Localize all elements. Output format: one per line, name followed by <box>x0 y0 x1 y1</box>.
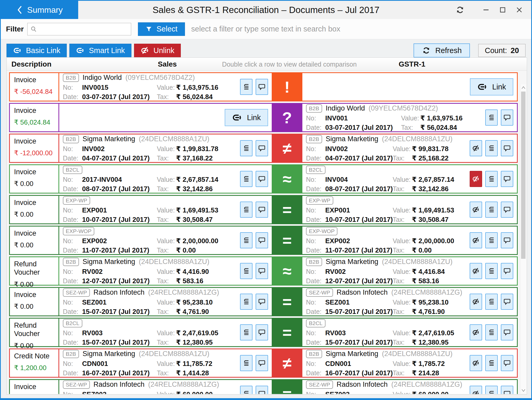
party-name: Sigma Marketing <box>83 135 135 143</box>
unlink-icon-button[interactable] <box>470 263 482 279</box>
gstr1-cell-actions <box>470 171 513 187</box>
minimize-button[interactable] <box>478 1 494 19</box>
details-icon-button[interactable] <box>240 355 252 371</box>
refresh-button[interactable]: Refresh <box>414 43 470 57</box>
gstr1-cell-actions <box>470 232 513 248</box>
comment-icon <box>258 390 266 394</box>
comment-icon-button[interactable] <box>256 171 268 187</box>
rows: Invoice ₹ -56,024.84 B2BIndigo World (09… <box>7 72 527 394</box>
comment-icon-button[interactable] <box>501 202 513 218</box>
comment-icon-button[interactable] <box>501 263 513 279</box>
comment-icon-button[interactable] <box>256 355 268 371</box>
document-row[interactable]: Invoice ₹ -12,000.00 B2BSigma Marketing … <box>9 134 518 163</box>
details-icon-button[interactable] <box>240 202 252 218</box>
doc-tax: Tax:₹ 32,142.86 <box>157 185 237 193</box>
unlink-icon-button[interactable] <box>470 140 482 156</box>
comment-icon-button[interactable] <box>501 232 513 248</box>
doc-amount: ₹ 56,024.84 <box>14 118 54 126</box>
details-icon-button[interactable] <box>485 140 498 156</box>
comment-icon-button[interactable] <box>501 355 513 371</box>
comment-icon-button[interactable] <box>256 324 268 340</box>
details-icon-button[interactable] <box>240 140 252 156</box>
scroll-up-button[interactable] <box>520 84 526 91</box>
doc-no: No:SEZ002 <box>63 390 157 394</box>
unlink-icon-button[interactable] <box>470 232 482 248</box>
details-icon-button[interactable] <box>485 109 498 126</box>
basic-link-button[interactable]: Basic Link <box>6 44 67 57</box>
description-cell: Invoice ₹ 56,024.84 <box>10 104 59 131</box>
document-row[interactable]: Refund Voucher ₹ 0.00 B2CL No:RV003 Valu… <box>9 318 518 347</box>
document-row[interactable]: Invoice ₹ 0.00 EXP-WP No:EXP001 Value:₹ … <box>9 195 518 224</box>
comment-icon-button[interactable] <box>501 109 513 126</box>
document-row[interactable]: Invoice ₹ 0.00 SEZ-WPRadson Infotech (24… <box>9 379 518 394</box>
doc-no: No:RV003 <box>63 329 157 337</box>
details-icon-button[interactable] <box>485 294 498 310</box>
party-name: Indigo World <box>83 74 122 82</box>
link-button[interactable]: Link <box>470 78 513 95</box>
comment-icon-button[interactable] <box>256 294 268 310</box>
details-icon-button[interactable] <box>240 263 252 279</box>
close-button[interactable] <box>511 1 528 19</box>
gstr1-cell-actions <box>470 386 513 394</box>
details-icon-button[interactable] <box>240 324 252 340</box>
back-to-summary-button[interactable]: Summary <box>1 1 78 19</box>
details-icon-button[interactable] <box>485 355 498 371</box>
details-icon-button[interactable] <box>485 171 498 187</box>
document-row[interactable]: Invoice ₹ 0.00 B2CL No:2017-INV004 Value… <box>9 164 518 193</box>
details-icon-button[interactable] <box>240 294 252 310</box>
link-button[interactable]: Link <box>225 109 268 126</box>
doc-category-badge: B2B <box>63 258 79 266</box>
sales-cell-info: B2BSigma Marketing (24DELCM8888A1ZU) No:… <box>63 134 237 162</box>
unlink-icon-button[interactable] <box>470 294 482 310</box>
details-icon-button[interactable] <box>240 79 252 95</box>
details-icon-button[interactable] <box>240 232 252 248</box>
maximize-button[interactable] <box>494 1 511 19</box>
details-icon-button[interactable] <box>485 232 498 248</box>
scroll-down-button[interactable] <box>520 387 526 394</box>
document-row[interactable]: Invoice ₹ 0.00 EXP-WOP No:EXP002 Value:₹… <box>9 226 518 255</box>
unlink-icon-button[interactable] <box>470 202 482 218</box>
sales-cell-info: B2BSigma Marketing (24DELCM8888A1ZU) No:… <box>63 257 237 285</box>
comment-icon-button[interactable] <box>501 140 513 156</box>
comment-icon-button[interactable] <box>256 263 268 279</box>
document-row[interactable]: Refund Voucher ₹ 0.00 B2BSigma Marketing… <box>9 256 518 286</box>
sync-icon[interactable] <box>452 1 468 19</box>
details-icon-button[interactable] <box>485 202 498 218</box>
comment-icon-button[interactable] <box>256 232 268 248</box>
details-icon-button[interactable] <box>485 263 498 279</box>
party-gstin: (24DELCM8888A1ZU) <box>139 135 209 143</box>
match-status-icon: ≈ <box>272 257 302 285</box>
comment-icon-button[interactable] <box>256 386 268 394</box>
unlink-button[interactable]: Unlink <box>134 44 181 57</box>
comment-icon-button[interactable] <box>501 171 513 187</box>
details-icon <box>488 267 495 275</box>
comment-icon-button[interactable] <box>501 386 513 394</box>
vertical-scrollbar[interactable] <box>520 84 526 394</box>
filter-select-button[interactable]: Select <box>138 22 185 36</box>
unlink-icon-button-active[interactable] <box>470 171 482 187</box>
filter-search-input[interactable] <box>39 25 128 33</box>
smart-link-button[interactable]: Smart Link <box>69 44 131 57</box>
comment-icon <box>258 359 266 367</box>
document-row[interactable]: Credit Note ₹ 1,200.00 B2BSigma Marketin… <box>9 349 518 378</box>
doc-date: Date:03-07-2017 (Jul 2017) <box>63 93 157 101</box>
comment-icon-button[interactable] <box>256 79 268 95</box>
scrollbar-thumb[interactable] <box>521 92 526 259</box>
sales-cell: B2BSigma Marketing (24DELCM8888A1ZU) No:… <box>59 349 272 377</box>
details-icon-button[interactable] <box>485 324 498 340</box>
filter-search-box[interactable] <box>27 23 131 35</box>
details-icon-button[interactable] <box>240 171 252 187</box>
unlink-icon-button[interactable] <box>470 386 482 394</box>
details-icon-button[interactable] <box>485 386 498 394</box>
comment-icon-button[interactable] <box>501 294 513 310</box>
comment-icon-button[interactable] <box>501 324 513 340</box>
unlink-icon-button[interactable] <box>470 355 482 371</box>
document-row[interactable]: Invoice ₹ -56,024.84 B2BIndigo World (09… <box>9 72 518 101</box>
comment-icon-button[interactable] <box>256 202 268 218</box>
comment-icon-button[interactable] <box>256 140 268 156</box>
document-row[interactable]: Invoice ₹ 0.00 SEZ-WPRadson Infotech (24… <box>9 287 518 316</box>
document-row[interactable]: Invoice ₹ 56,024.84 Link ? B2BIndigo Wor… <box>9 103 518 132</box>
doc-amount: ₹ 0.00 <box>14 280 54 288</box>
unlink-icon-button[interactable] <box>470 324 482 340</box>
details-icon-button[interactable] <box>240 386 252 394</box>
